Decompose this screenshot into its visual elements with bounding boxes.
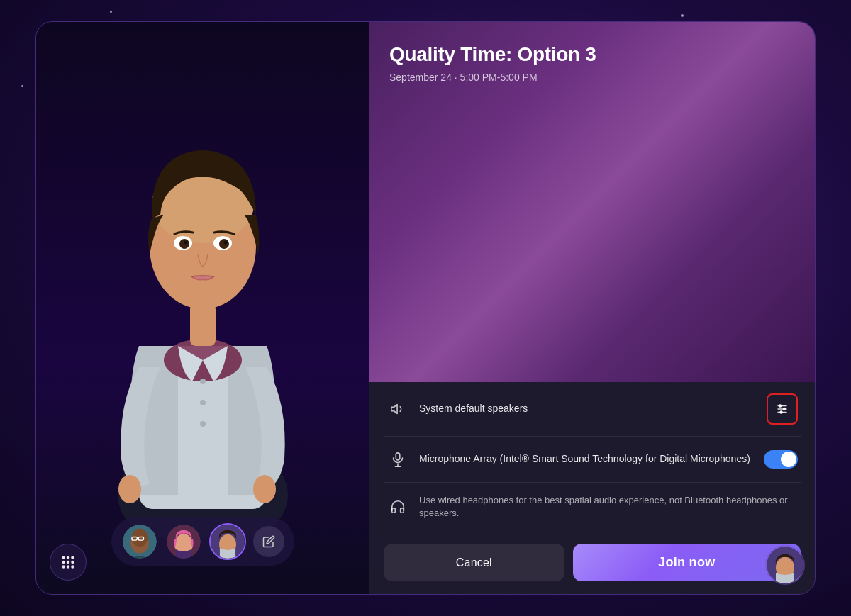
svg-point-16: [200, 421, 206, 427]
menu-button[interactable]: [50, 544, 87, 581]
hint-text: Use wired headphones for the best spatia…: [419, 494, 798, 520]
svg-point-13: [253, 475, 276, 503]
speaker-icon: [386, 398, 409, 420]
main-dialog: Quality Time: Option 3 September 24 · 5:…: [35, 21, 816, 595]
microphone-toggle[interactable]: [764, 450, 798, 469]
hint-row: Use wired headphones for the best spatia…: [384, 483, 801, 531]
svg-point-37: [62, 556, 65, 559]
event-title: Quality Time: Option 3: [389, 43, 795, 66]
headphones-icon: [386, 495, 409, 518]
microphone-label: Microphone Array (Intel® Smart Sound Tec…: [419, 452, 754, 466]
svg-point-12: [118, 475, 141, 503]
speaker-label: System default speakers: [419, 402, 757, 416]
svg-point-8: [179, 239, 189, 249]
svg-point-33: [780, 411, 782, 413]
svg-point-40: [62, 561, 65, 564]
svg-marker-27: [391, 404, 397, 413]
svg-point-9: [219, 239, 229, 249]
svg-rect-34: [396, 452, 400, 459]
svg-point-45: [72, 566, 74, 568]
avatar-thumb-1[interactable]: [121, 523, 158, 560]
svg-point-38: [67, 556, 69, 559]
svg-point-42: [72, 561, 74, 564]
avatar-display: [68, 84, 338, 537]
svg-point-41: [67, 561, 69, 564]
user-avatar-button[interactable]: [765, 545, 805, 585]
right-panel: Quality Time: Option 3 September 24 · 5:…: [369, 22, 815, 594]
microphone-icon: [386, 448, 409, 471]
svg-point-15: [200, 400, 206, 405]
controls-panel: System default speakers: [369, 382, 815, 531]
svg-point-32: [784, 408, 786, 410]
svg-point-10: [184, 241, 188, 245]
avatar-selector: [111, 517, 294, 566]
audio-settings-button[interactable]: [767, 393, 798, 425]
speaker-control-row: System default speakers: [384, 382, 801, 437]
svg-point-39: [72, 556, 74, 559]
svg-point-19: [132, 529, 148, 547]
svg-rect-3: [190, 303, 216, 346]
avatar-thumb-2[interactable]: [165, 523, 202, 560]
avatar-panel: [36, 22, 369, 594]
svg-point-44: [67, 566, 69, 568]
svg-point-43: [62, 566, 65, 568]
cancel-button[interactable]: Cancel: [384, 544, 564, 581]
edit-avatar-button[interactable]: [253, 526, 284, 557]
action-row: Cancel Join now: [369, 531, 815, 594]
svg-point-31: [779, 405, 782, 407]
avatar-thumb-3[interactable]: [209, 523, 246, 560]
microphone-control-row: Microphone Array (Intel® Smart Sound Tec…: [384, 437, 801, 483]
svg-point-14: [200, 379, 206, 384]
event-preview: Quality Time: Option 3 September 24 · 5:…: [369, 22, 815, 382]
event-datetime: September 24 · 5:00 PM-5:00 PM: [389, 72, 795, 83]
svg-point-11: [224, 241, 228, 245]
